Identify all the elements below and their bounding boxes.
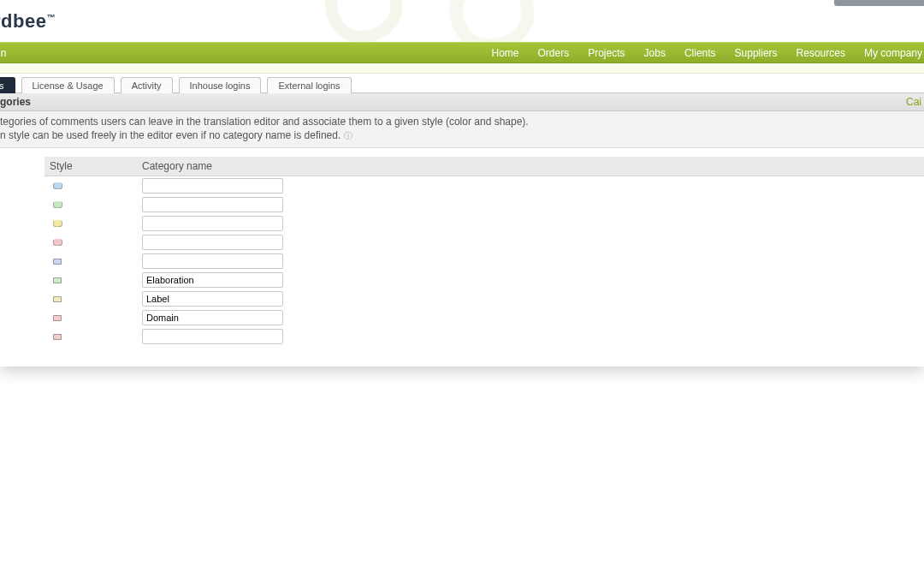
desc-line2: n style can be used freely in the editor… [0,129,921,143]
section-header: gories Cai [0,93,924,111]
category-name-input[interactable] [142,291,283,307]
category-name-input[interactable] [142,329,283,344]
nav-mycompany[interactable]: My company [864,47,922,59]
category-name-input[interactable] [142,272,283,288]
nav-jobs[interactable]: Jobs [644,47,666,59]
info-icon[interactable]: ⓘ [344,130,352,141]
comment-bubble-pink-icon [53,239,62,246]
nav-projects[interactable]: Projects [588,47,625,59]
tab-inhouse-label: Inhouse logins [190,80,251,91]
table-row [44,214,924,233]
logo: rdbee™ [0,10,56,33]
tab-license[interactable]: License & Usage [21,77,115,93]
table-row [44,176,924,196]
nav-clients[interactable]: Clients [684,47,716,59]
category-table-wrap: Style Category name [0,148,924,361]
desc-line1: tegories of comments users can leave in … [0,116,921,129]
nav-right-group: Home Orders Projects Jobs Clients Suppli… [491,47,924,59]
comment-square-pink2-icon [53,334,62,340]
nav-home[interactable]: Home [491,47,518,59]
tab-license-label: License & Usage [33,80,104,91]
top-bar: rdbee™ Help My acco [0,0,924,42]
tab-activity-label: Activity [132,80,162,91]
tab-external-label: External logins [278,80,340,91]
desc-line2-text: n style can be used freely in the editor… [0,129,344,141]
table-row [44,195,924,214]
category-name-input[interactable] [142,197,283,212]
nav-orders[interactable]: Orders [537,47,569,59]
nav-suppliers[interactable]: Suppliers [735,47,778,59]
comment-square-green-icon [53,277,62,283]
comment-bubble-blue-icon [53,182,62,189]
comment-square-yellow-icon [53,296,62,302]
table-row [44,308,924,327]
table-row [44,327,924,346]
nav-resources[interactable]: Resources [797,47,845,59]
table-row [44,289,924,308]
col-style: Style [44,157,137,176]
table-row [44,233,924,252]
category-name-input[interactable] [142,178,283,194]
description: tegories of comments users can leave in … [0,111,924,148]
category-name-input[interactable] [142,253,283,269]
section-title: gories [0,96,31,108]
comment-square-pink-icon [53,315,62,321]
tab-external[interactable]: External logins [267,77,351,93]
table-row [44,271,924,289]
category-table: Style Category name [44,157,924,346]
category-name-input[interactable] [142,216,283,231]
trademark: ™ [46,12,56,21]
tabs-row: s License & Usage Activity Inhouse login… [0,74,924,93]
category-name-input[interactable] [142,310,283,325]
table-row [44,252,924,271]
tab-activity[interactable]: Activity [121,77,173,93]
watermark [325,0,530,42]
tab-inhouse[interactable]: Inhouse logins [179,77,262,93]
tab-active-label: s [0,80,4,91]
account-box: Help My acco [834,0,924,6]
comment-bubble-green-icon [53,201,62,208]
sub-bar [0,63,924,74]
comment-square-blue-icon [53,259,62,265]
logo-text: rdbee [0,10,46,32]
category-name-input[interactable] [142,235,283,250]
tab-active[interactable]: s [0,77,15,93]
col-name: Category name [137,157,924,176]
cancel-link[interactable]: Cai [906,96,921,108]
comment-bubble-yellow-icon [53,220,62,227]
main-nav: in Home Orders Projects Jobs Clients Sup… [0,42,924,63]
nav-left-fragment[interactable]: in [0,47,6,59]
